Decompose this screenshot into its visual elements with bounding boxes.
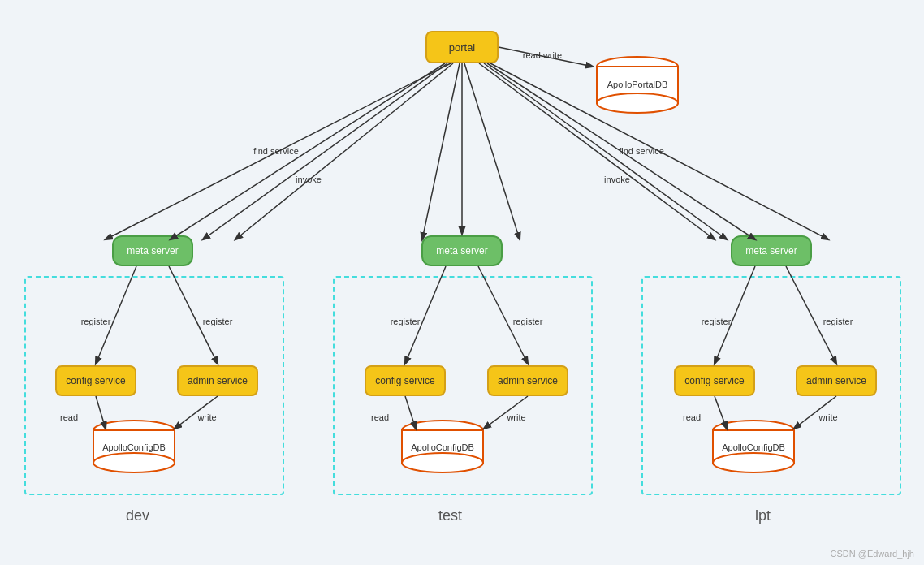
watermark: CSDN @Edward_hjh bbox=[831, 549, 915, 559]
svg-line-13 bbox=[479, 63, 715, 239]
admin-left-label: admin service bbox=[188, 375, 248, 386]
db-portal-label: ApolloPortalDB bbox=[607, 80, 668, 89]
portal-node: portal bbox=[425, 31, 499, 63]
dev-label: dev bbox=[126, 507, 149, 524]
svg-line-12 bbox=[464, 63, 520, 239]
portal-label: portal bbox=[449, 41, 476, 54]
svg-rect-2 bbox=[597, 67, 678, 103]
svg-point-1 bbox=[597, 57, 678, 76]
config-service-right: config service bbox=[674, 365, 755, 396]
svg-line-0 bbox=[499, 47, 593, 67]
svg-line-11 bbox=[422, 63, 460, 239]
admin-center-label: admin service bbox=[498, 375, 558, 386]
env-label-lpt: lpt bbox=[755, 507, 771, 524]
config-service-left: config service bbox=[55, 365, 136, 396]
config-service-center: config service bbox=[365, 365, 446, 396]
invoke-right-label: invoke bbox=[604, 175, 630, 184]
svg-point-3 bbox=[597, 93, 678, 113]
svg-line-10 bbox=[235, 63, 453, 239]
svg-line-9 bbox=[106, 63, 451, 239]
watermark-text: CSDN @Edward_hjh bbox=[831, 549, 915, 559]
admin-service-left: admin service bbox=[177, 365, 258, 396]
svg-line-4 bbox=[171, 63, 445, 239]
test-label: test bbox=[438, 507, 462, 524]
svg-line-14 bbox=[490, 63, 828, 239]
svg-line-8 bbox=[484, 63, 727, 239]
meta-center-label: meta server bbox=[436, 245, 487, 257]
invoke-left-label: invoke bbox=[296, 175, 322, 184]
admin-service-right: admin service bbox=[796, 365, 877, 396]
svg-line-7 bbox=[487, 63, 755, 239]
meta-server-right: meta server bbox=[731, 235, 812, 266]
config-right-label: config service bbox=[684, 375, 744, 386]
meta-server-left: meta server bbox=[112, 235, 193, 266]
lpt-label: lpt bbox=[755, 507, 771, 524]
meta-server-center: meta server bbox=[421, 235, 503, 266]
find-service-right-label: find service bbox=[619, 146, 664, 156]
admin-service-center: admin service bbox=[487, 365, 568, 396]
config-left-label: config service bbox=[66, 375, 125, 386]
diagram-container: portal meta server meta server meta serv… bbox=[0, 0, 924, 565]
env-label-test: test bbox=[438, 507, 462, 524]
meta-right-label: meta server bbox=[745, 245, 797, 257]
meta-left-label: meta server bbox=[127, 245, 178, 257]
config-center-label: config service bbox=[375, 375, 434, 386]
env-label-dev: dev bbox=[126, 507, 149, 524]
svg-line-5 bbox=[203, 63, 447, 239]
admin-right-label: admin service bbox=[806, 375, 866, 386]
find-service-left-label: find service bbox=[253, 146, 299, 156]
read-write-label: read,write bbox=[523, 50, 562, 60]
